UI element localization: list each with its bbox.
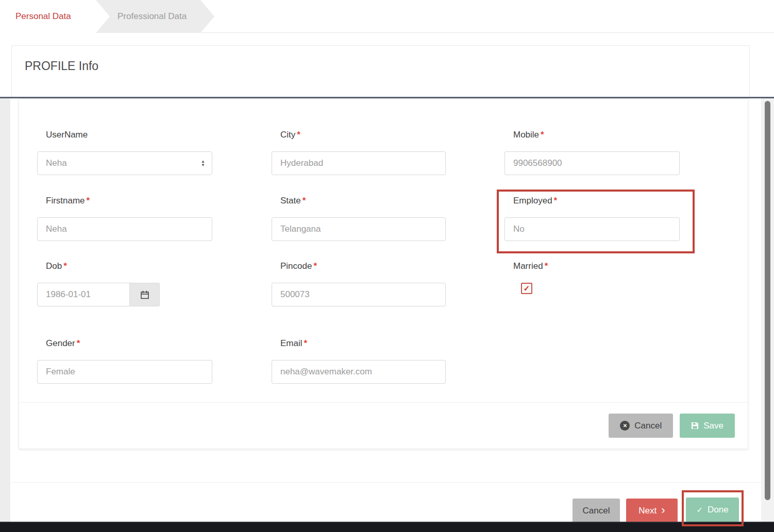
select-spinner-icon: ▲▼ — [201, 160, 205, 167]
email-input[interactable] — [272, 360, 446, 384]
married-checkbox[interactable]: ✓ — [521, 283, 532, 294]
wizard-done-button[interactable]: ✓ Done — [686, 497, 739, 522]
gender-label: Gender* — [46, 338, 212, 349]
username-label: UserName — [46, 130, 212, 140]
state-input[interactable] — [272, 217, 446, 241]
scrollbar-thumb[interactable] — [765, 101, 770, 500]
wizard-footer-divider — [11, 482, 774, 483]
firstname-input[interactable] — [37, 217, 212, 241]
field-email: Email* — [272, 338, 446, 384]
field-state: State* — [272, 196, 446, 241]
username-select[interactable] — [37, 151, 212, 175]
dob-label: Dob* — [46, 261, 212, 271]
checkbox-check-icon: ✓ — [524, 284, 530, 293]
form-footer: ✕ Cancel Save — [19, 402, 748, 449]
field-married: Married* ✓ — [504, 261, 680, 294]
tab-professional-data-label: Professional Data — [117, 11, 187, 22]
page-title: PROFILE Info — [25, 59, 749, 73]
field-city: City* — [272, 130, 446, 175]
field-mobile: Mobile* — [504, 130, 680, 175]
field-gender: Gender* — [37, 338, 212, 384]
dob-input[interactable] — [37, 283, 130, 306]
firstname-label: Firstname* — [46, 196, 212, 206]
wizard-step-bar: Personal Data Professional Data — [0, 0, 774, 33]
calendar-icon — [140, 290, 149, 299]
profile-info-panel: PROFILE Info — [11, 45, 750, 97]
tab-personal-data-label: Personal Data — [15, 11, 71, 22]
wizard-next-button[interactable]: Next › — [626, 499, 678, 523]
save-floppy-icon — [691, 422, 699, 430]
field-firstname: Firstname* — [37, 196, 212, 241]
field-employed: Employed* — [504, 196, 680, 241]
check-icon: ✓ — [696, 505, 703, 514]
cancel-circle-x-icon: ✕ — [620, 421, 630, 431]
save-button[interactable]: Save — [680, 414, 735, 438]
employed-input[interactable] — [504, 217, 680, 241]
bottom-dark-bar — [0, 522, 774, 532]
city-label: City* — [280, 130, 446, 140]
tab-personal-data[interactable]: Personal Data — [0, 0, 96, 33]
chevron-right-icon: › — [661, 507, 665, 514]
date-picker-button[interactable] — [130, 283, 160, 306]
left-gutter — [0, 98, 10, 522]
scrollbar-track[interactable] — [761, 98, 774, 522]
city-input[interactable] — [272, 151, 446, 175]
profile-form: UserName ▲▼ City* Mobile* Firstname* Sta… — [19, 98, 748, 449]
field-pincode: Pincode* — [272, 261, 446, 306]
employed-label: Employed* — [513, 196, 680, 206]
tab-professional-data[interactable]: Professional Data — [96, 0, 214, 33]
state-label: State* — [280, 196, 446, 206]
pincode-input[interactable] — [272, 283, 446, 306]
pincode-label: Pincode* — [280, 261, 446, 271]
mobile-input[interactable] — [504, 151, 680, 175]
email-label: Email* — [280, 338, 446, 349]
field-dob: Dob* — [37, 261, 212, 306]
field-username: UserName ▲▼ — [37, 130, 212, 175]
form-cancel-button[interactable]: ✕ Cancel — [609, 414, 673, 438]
wizard-cancel-button[interactable]: Cancel — [573, 499, 620, 523]
mobile-label: Mobile* — [513, 130, 680, 140]
gender-input[interactable] — [37, 360, 212, 384]
married-label: Married* — [513, 261, 680, 271]
